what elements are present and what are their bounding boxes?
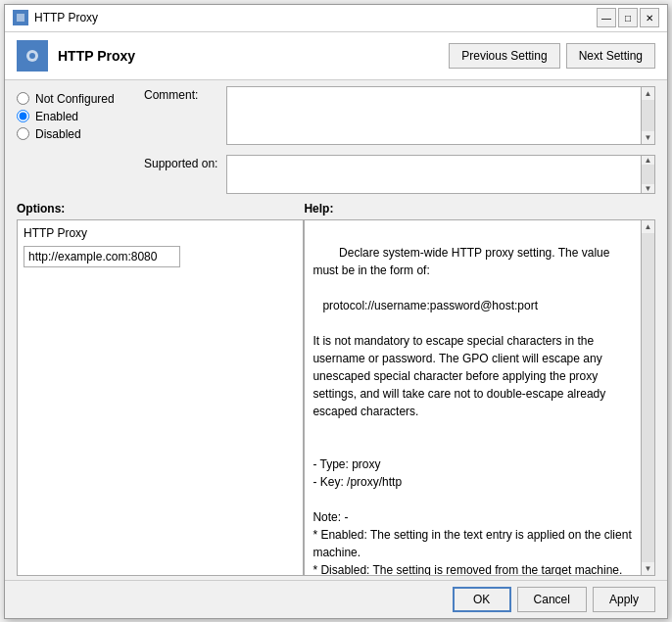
radio-group: Not Configured Enabled Disabled: [17, 86, 144, 198]
supported-scroll-track: [642, 165, 654, 184]
window-controls: — □ ✕: [597, 8, 659, 27]
minimize-button[interactable]: —: [597, 8, 616, 27]
svg-point-4: [29, 53, 35, 59]
comment-scroll-track: [642, 100, 654, 131]
help-panel: Declare system-wide HTTP proxy setting. …: [305, 220, 641, 575]
content-area: HTTP Proxy Declare system-wide HTTP prox…: [5, 219, 667, 576]
previous-setting-button[interactable]: Previous Setting: [449, 43, 559, 69]
help-scroll-track: [642, 233, 654, 562]
header-buttons: Previous Setting Next Setting: [449, 43, 655, 69]
main-window: HTTP Proxy — □ ✕ HTTP Proxy Previous Set…: [4, 4, 668, 619]
help-section-label: Help:: [304, 202, 655, 215]
proxy-input[interactable]: [24, 246, 180, 267]
window-title: HTTP Proxy: [34, 11, 597, 24]
radio-enabled[interactable]: Enabled: [17, 110, 144, 123]
radio-disabled[interactable]: Disabled: [17, 127, 144, 141]
radio-not-configured[interactable]: Not Configured: [17, 92, 144, 106]
header-title: HTTP Proxy: [58, 48, 449, 64]
comment-textarea[interactable]: [226, 86, 642, 145]
help-panel-wrapper: Declare system-wide HTTP proxy setting. …: [304, 219, 655, 576]
help-scrollbar: ▲ ▼: [641, 220, 654, 575]
header-icon: [17, 40, 48, 72]
comment-scrollbar: ▲ ▼: [642, 86, 655, 145]
title-bar: HTTP Proxy — □ ✕: [5, 5, 667, 32]
supported-scrollbar: ▲ ▼: [642, 155, 655, 194]
comment-scroll-down[interactable]: ▼: [643, 131, 654, 144]
comment-row: Comment: ▲ ▼: [144, 86, 655, 145]
supported-label: Supported on:: [144, 155, 222, 170]
apply-button[interactable]: Apply: [593, 587, 655, 612]
help-scroll-down[interactable]: ▼: [643, 562, 654, 575]
section-labels: Options: Help:: [5, 198, 667, 219]
ok-button[interactable]: OK: [453, 587, 511, 612]
maximize-button[interactable]: □: [618, 8, 638, 27]
supported-field: [226, 155, 642, 194]
close-button[interactable]: ✕: [640, 8, 659, 27]
window-icon: [13, 10, 28, 25]
supported-scroll-up[interactable]: ▲: [645, 156, 652, 165]
comment-label: Comment:: [144, 86, 222, 102]
footer-area: OK Cancel Apply: [5, 580, 667, 618]
comment-scroll-up[interactable]: ▲: [643, 87, 654, 100]
help-scroll-up[interactable]: ▲: [643, 220, 654, 233]
supported-row: Supported on: ▲ ▼: [144, 155, 655, 194]
supported-scroll-down[interactable]: ▼: [645, 184, 652, 193]
options-section-label: Options:: [17, 202, 304, 215]
svg-rect-1: [17, 14, 24, 22]
help-text: Declare system-wide HTTP proxy setting. …: [312, 246, 635, 575]
cancel-button[interactable]: Cancel: [517, 587, 587, 612]
options-panel: HTTP Proxy: [17, 219, 304, 576]
options-panel-title: HTTP Proxy: [24, 226, 297, 240]
next-setting-button[interactable]: Next Setting: [566, 43, 655, 69]
header-area: HTTP Proxy Previous Setting Next Setting: [5, 32, 667, 80]
